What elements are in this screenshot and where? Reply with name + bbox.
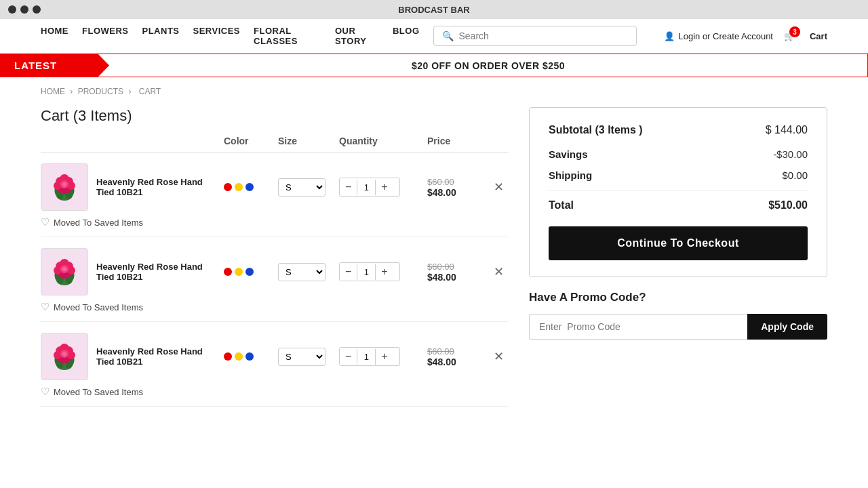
summary-box: Subtotal (3 Items ) $ 144.00 Savings -$3…: [529, 107, 827, 277]
product-info: Heavenly Red Rose Hand Tied 10B21: [41, 163, 224, 211]
svg-point-18: [54, 266, 62, 274]
expand-dot: [33, 5, 41, 14]
total-row: Total $510.00: [549, 190, 808, 211]
cart-item-count: (3 Items): [73, 107, 132, 124]
shipping-label: Shipping: [549, 169, 592, 181]
saved-items-label-3[interactable]: Moved To Saved Items: [54, 387, 143, 397]
product-name-line1-2: Heavenly Red Rose Hand: [96, 262, 203, 272]
qty-increase-3[interactable]: +: [376, 348, 393, 365]
apply-code-button[interactable]: Apply Code: [747, 314, 827, 340]
svg-point-29: [54, 351, 62, 359]
color-dot-red-2[interactable]: [224, 268, 232, 276]
color-selector-3: [224, 352, 278, 361]
nav-home[interactable]: HOME: [41, 26, 68, 46]
qty-increase-1[interactable]: +: [376, 178, 393, 196]
color-dot-red[interactable]: [224, 183, 232, 191]
nav-our-story[interactable]: OUR STORY: [335, 26, 379, 46]
product-name-line2-3: Tied 10B21: [96, 357, 203, 367]
price-col-3: $60.00 $48.00: [427, 346, 488, 367]
size-select-2[interactable]: SML: [278, 263, 326, 281]
remove-item-2[interactable]: ✕: [488, 266, 509, 278]
remove-item-1[interactable]: ✕: [488, 181, 509, 193]
color-dot-red-3[interactable]: [224, 352, 232, 361]
qty-increase-2[interactable]: +: [376, 263, 393, 281]
color-dot-blue[interactable]: [245, 183, 254, 191]
total-label: Total: [549, 199, 574, 211]
main-content: Cart (3 Items) Color Size Quantity Price: [0, 100, 868, 427]
nav-floral-classes[interactable]: FLORAL CLASSES: [254, 26, 321, 46]
price-col-2: $60.00 $48.00: [427, 262, 488, 283]
col-color-header: Color: [224, 136, 278, 146]
banner-badge: LATEST: [1, 54, 109, 77]
remove-item-3[interactable]: ✕: [488, 350, 509, 363]
heart-icon-3: ♡: [41, 386, 50, 398]
color-dot-blue-3[interactable]: [245, 352, 254, 361]
breadcrumb-products[interactable]: PRODUCTS: [78, 87, 123, 96]
search-input[interactable]: [459, 30, 628, 41]
cart-title: Cart (3 Items): [41, 107, 509, 125]
size-selector-1[interactable]: SML: [278, 178, 339, 197]
qty-decrease-2[interactable]: −: [340, 263, 357, 281]
product-image-2: [41, 248, 88, 296]
cart-link[interactable]: 🛒3 Cart: [784, 30, 827, 41]
product-name: Heavenly Red Rose Hand Tied 10B21: [96, 177, 203, 197]
breadcrumb-cart: CART: [139, 87, 161, 96]
subtotal-label: Subtotal: [549, 124, 592, 136]
order-summary: Subtotal (3 Items ) $ 144.00 Savings -$3…: [529, 107, 827, 407]
cart-count: 3: [789, 26, 800, 37]
nav-services[interactable]: SERVICES: [193, 26, 241, 46]
summary-item-count: (3 Items ): [595, 124, 642, 136]
login-link[interactable]: 👤 Login or Create Account: [664, 31, 773, 41]
size-selector-2[interactable]: SML: [278, 263, 339, 281]
savings-value: -$30.00: [773, 148, 808, 160]
saved-items-label-1[interactable]: Moved To Saved Items: [54, 218, 143, 228]
saved-items-label-2[interactable]: Moved To Saved Items: [54, 302, 143, 312]
cart-icon: 🛒3: [784, 30, 806, 41]
svg-point-32: [62, 352, 66, 356]
original-price-1: $60.00: [427, 177, 454, 187]
shipping-value: $0.00: [782, 169, 808, 181]
color-dot-yellow-2[interactable]: [235, 268, 243, 276]
promo-banner: LATEST $20 OFF ON ORDER OVER $250: [0, 54, 868, 77]
size-select-1[interactable]: SML: [278, 178, 326, 197]
current-price-2: $48.00: [427, 272, 456, 283]
nav-plants[interactable]: PLANTS: [142, 26, 180, 46]
qty-decrease-1[interactable]: −: [340, 178, 357, 196]
qty-value-1: 1: [357, 180, 376, 195]
breadcrumb-home[interactable]: HOME: [41, 87, 65, 96]
original-price-3: $60.00: [427, 346, 454, 357]
search-bar: 🔍: [433, 26, 637, 46]
checkout-button[interactable]: Continue To Checkout: [549, 226, 808, 260]
cart-label: Cart: [810, 31, 827, 41]
size-select-3[interactable]: SML: [278, 348, 326, 366]
qty-decrease-3[interactable]: −: [340, 348, 357, 365]
nav-blog[interactable]: BLOG: [393, 26, 420, 46]
product-info-3: Heavenly Red Rose Hand Tied 10B21: [41, 333, 224, 380]
promo-input[interactable]: [529, 314, 747, 340]
product-name-line2: Tied 10B21: [96, 187, 203, 197]
breadcrumb: HOME › PRODUCTS › CART: [0, 77, 868, 100]
color-selector-1: [224, 183, 278, 191]
savings-label: Savings: [549, 148, 588, 160]
col-quantity-header: Quantity: [339, 136, 427, 146]
saved-items-row-2: ♡ Moved To Saved Items: [41, 296, 509, 316]
color-dot-blue-2[interactable]: [245, 268, 254, 276]
product-image-3: [41, 333, 88, 380]
svg-point-19: [67, 266, 75, 274]
flower-svg-2: [44, 251, 85, 292]
cart-item: Heavenly Red Rose Hand Tied 10B21 SML −: [41, 152, 509, 237]
svg-point-7: [54, 182, 62, 190]
color-dot-yellow-3[interactable]: [235, 352, 243, 361]
price-col-1: $60.00 $48.00: [427, 177, 488, 198]
nav-flowers[interactable]: FLOWERS: [82, 26, 129, 46]
original-price-2: $60.00: [427, 262, 454, 272]
title-bar: BRODCAST BAR: [0, 0, 868, 19]
window-controls: [8, 5, 41, 14]
cart-table-header: Color Size Quantity Price: [41, 136, 509, 152]
color-dot-yellow[interactable]: [235, 183, 243, 191]
product-name-line2-2: Tied 10B21: [96, 272, 203, 282]
cart-item-row-2: Heavenly Red Rose Hand Tied 10B21 SML −: [41, 248, 509, 296]
size-selector-3[interactable]: SML: [278, 348, 339, 366]
flower-svg-3: [44, 336, 85, 377]
quantity-control-1: − 1 +: [339, 178, 400, 197]
